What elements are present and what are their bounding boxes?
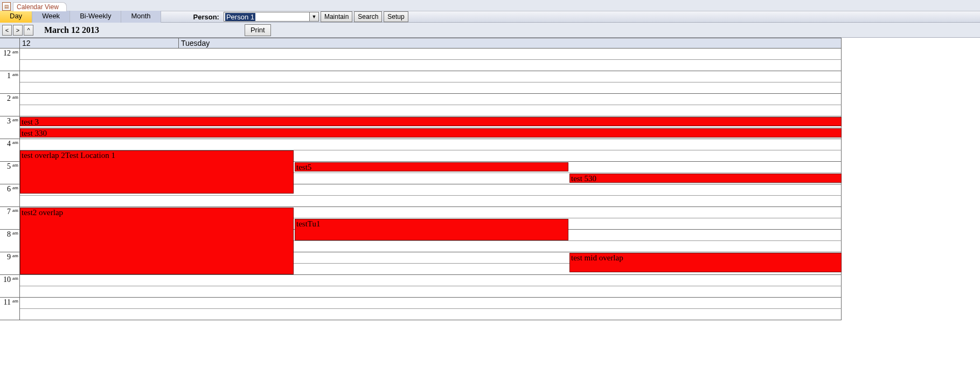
time-slot[interactable] [20, 275, 842, 286]
time-slot[interactable] [20, 60, 842, 71]
day-grid: 12 am 1 am 2 am 3 am 4 am 5 am 6 am 7 am… [0, 49, 842, 320]
day-number-header: 12 [20, 38, 179, 48]
date-title: March 12 2013 [44, 25, 99, 35]
time-slot[interactable] [20, 309, 842, 320]
time-slot[interactable] [20, 82, 842, 94]
time-slot[interactable] [20, 196, 842, 207]
next-day-button[interactable]: > [13, 25, 23, 36]
view-month-button[interactable]: Month [121, 11, 161, 23]
nav-row: < > ^ March 12 2013 Print [0, 23, 980, 38]
hour-label: 6 am [7, 185, 18, 194]
hour-label: 4 am [7, 140, 18, 148]
view-week-button[interactable]: Week [32, 11, 70, 23]
time-slot[interactable] [20, 286, 842, 298]
day-body[interactable]: test 3 test 330 test overlap 2Test Locat… [20, 49, 842, 320]
day-name-header: Tuesday [179, 38, 842, 48]
hour-label: 10 am [3, 275, 18, 284]
time-slot[interactable] [20, 71, 842, 82]
day-header: 12 Tuesday [0, 38, 842, 49]
hour-label: 9 am [7, 253, 18, 261]
hour-label: 12 am [3, 49, 18, 58]
hour-label: 5 am [7, 162, 18, 171]
form-tab-calendar-view[interactable]: Calendar View [13, 2, 67, 11]
search-button[interactable]: Search [354, 11, 382, 22]
app-icon: ▤ [2, 2, 11, 11]
hour-label: 11 am [4, 298, 18, 307]
event-test-overlap-2[interactable]: test overlap 2Test Location 1 [20, 150, 294, 194]
view-biweekly-button[interactable]: Bi-Weekly [70, 11, 121, 23]
hour-label: 1 am [7, 72, 18, 80]
person-combobox[interactable]: Person 1 ▼ [224, 12, 319, 22]
time-slot[interactable] [20, 139, 842, 150]
hour-label: 8 am [7, 230, 18, 239]
hour-label: 7 am [7, 208, 18, 216]
view-toolbar: Day Week Bi-Weekly Month Person: Person … [0, 11, 980, 23]
view-day-button[interactable]: Day [0, 11, 32, 23]
event-testtu1[interactable]: testTu1 [295, 219, 568, 240]
time-gutter: 12 am 1 am 2 am 3 am 4 am 5 am 6 am 7 am… [0, 49, 20, 320]
person-dropdown-icon[interactable]: ▼ [310, 12, 319, 22]
time-slot[interactable] [20, 298, 842, 309]
time-slot[interactable] [20, 105, 842, 116]
setup-button[interactable]: Setup [384, 11, 408, 22]
person-value[interactable]: Person 1 [224, 12, 310, 22]
time-slot[interactable] [20, 49, 842, 60]
hour-label: 3 am [7, 117, 18, 126]
event-test330[interactable]: test 330 [20, 128, 842, 137]
event-test-mid-overlap[interactable]: test mid overlap [569, 253, 842, 272]
prev-day-button[interactable]: < [2, 25, 12, 36]
person-label: Person: [193, 13, 219, 21]
calendar: 12 Tuesday 12 am 1 am 2 am 3 am 4 am 5 a… [0, 38, 842, 320]
event-test530[interactable]: test 530 [569, 174, 842, 183]
hour-label: 2 am [7, 94, 18, 103]
time-slot[interactable] [20, 94, 842, 105]
event-test3[interactable]: test 3 [20, 117, 842, 126]
event-test5[interactable]: test5 [295, 162, 568, 171]
maintain-button[interactable]: Maintain [321, 11, 352, 22]
up-button[interactable]: ^ [24, 25, 33, 36]
print-button[interactable]: Print [245, 24, 271, 36]
time-gutter-header [0, 38, 20, 48]
event-test2-overlap[interactable]: test2 overlap [20, 208, 294, 274]
window-tab-bar: ▤ Calendar View [0, 0, 980, 11]
